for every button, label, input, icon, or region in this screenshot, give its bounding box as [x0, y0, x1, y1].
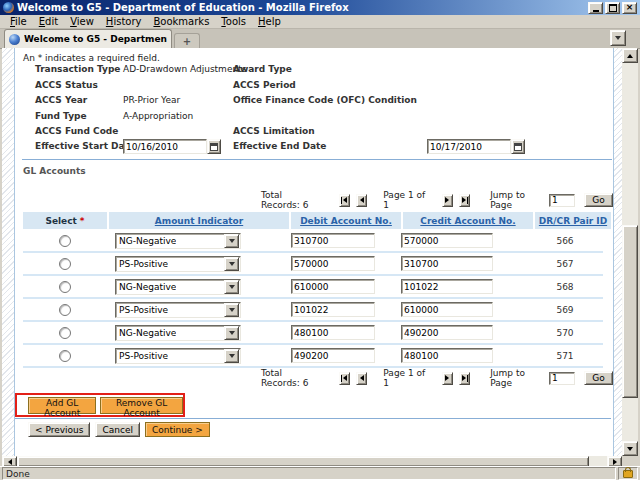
credit-account-input[interactable] — [401, 256, 493, 271]
security-panel[interactable] — [618, 467, 638, 480]
debit-account-input[interactable] — [291, 233, 375, 248]
debit-account-input[interactable] — [291, 325, 375, 340]
scroll-down-button[interactable] — [622, 441, 638, 456]
dropdown-arrow-button[interactable] — [224, 326, 239, 340]
dropdown-arrow-button[interactable] — [224, 234, 239, 248]
menu-tools[interactable]: Tools — [215, 16, 252, 27]
header-debit-link[interactable]: Debit Account No. — [300, 216, 392, 226]
amount-indicator-select[interactable]: PS-Positive — [115, 256, 241, 272]
page-content: An * indicates a required field. Transac… — [14, 48, 614, 456]
triangle-up-icon — [627, 54, 633, 58]
tab-title: Welcome to G5 - Department of Edu... — [24, 34, 167, 44]
chevron-down-icon — [229, 308, 235, 312]
effective-end-date-input[interactable] — [427, 139, 511, 154]
debit-account-input[interactable] — [291, 279, 375, 294]
jump-to-page-input[interactable] — [549, 372, 575, 385]
field-label-transaction-type: Transaction Type — [35, 64, 120, 74]
field-label-award-type: Award Type — [233, 64, 292, 74]
last-page-icon — [467, 197, 468, 204]
amount-indicator-select[interactable]: PS-Positive — [115, 348, 241, 364]
form-nav-buttons: < Previous Cancel Continue > — [28, 422, 210, 437]
firefox-icon — [3, 2, 14, 13]
select-radio[interactable] — [59, 350, 71, 362]
dropdown-arrow-button[interactable] — [224, 280, 239, 294]
menu-bookmarks[interactable]: Bookmarks — [147, 16, 215, 27]
window-title: Welcome to G5 - Department of Education … — [17, 2, 588, 13]
header-amount-indicator[interactable]: Amount Indicator — [109, 212, 289, 229]
previous-page-button[interactable] — [356, 372, 367, 385]
restore-button[interactable] — [605, 2, 620, 14]
credit-account-input[interactable] — [401, 233, 493, 248]
header-credit-link[interactable]: Credit Account No. — [420, 216, 515, 226]
menu-edit[interactable]: Edit — [33, 16, 64, 27]
triangle-right-icon — [462, 375, 466, 381]
jump-to-page-input[interactable] — [549, 194, 575, 207]
add-gl-account-button[interactable]: Add GL Account — [28, 397, 96, 414]
scroll-up-button[interactable] — [622, 48, 638, 63]
menu-view[interactable]: View — [64, 16, 100, 27]
end-date-calendar-button[interactable] — [511, 139, 525, 154]
select-radio[interactable] — [59, 235, 71, 247]
credit-account-input[interactable] — [401, 302, 493, 317]
menu-file[interactable]: File — [4, 16, 33, 27]
amount-indicator-select[interactable]: NG-Negative — [115, 325, 241, 341]
minimize-button[interactable] — [588, 2, 603, 14]
amount-indicator-select[interactable]: PS-Positive — [115, 302, 241, 318]
dropdown-arrow-button[interactable] — [224, 257, 239, 271]
menu-history[interactable]: History — [100, 16, 148, 27]
select-radio[interactable] — [59, 258, 71, 270]
debit-account-input[interactable] — [291, 302, 375, 317]
select-radio[interactable] — [59, 327, 71, 339]
continue-button[interactable]: Continue > — [145, 422, 210, 437]
menu-help[interactable]: Help — [252, 16, 287, 27]
chevron-down-icon — [229, 239, 235, 243]
last-page-button[interactable] — [459, 194, 470, 207]
dropdown-arrow-button[interactable] — [224, 349, 239, 363]
tab-welcome-g5[interactable]: Welcome to G5 - Department of Edu... — [4, 29, 172, 48]
close-button[interactable]: × — [622, 2, 637, 14]
cancel-button[interactable]: Cancel — [95, 422, 140, 437]
select-radio[interactable] — [59, 304, 71, 316]
amount-indicator-select[interactable]: NG-Negative — [115, 233, 241, 249]
first-page-button[interactable] — [339, 372, 350, 385]
triangle-down-icon — [627, 447, 633, 451]
amount-indicator-select[interactable]: NG-Negative — [115, 279, 241, 295]
window-controls: × — [588, 2, 637, 14]
select-radio[interactable] — [59, 281, 71, 293]
first-page-button[interactable] — [339, 194, 350, 207]
restore-icon — [609, 4, 617, 12]
header-pair-id[interactable]: DR/CR Pair ID — [535, 212, 611, 229]
amount-indicator-value: NG-Negative — [116, 282, 176, 292]
credit-account-input[interactable] — [401, 348, 493, 363]
header-pair-link[interactable]: DR/CR Pair ID — [539, 216, 607, 226]
debit-account-input[interactable] — [291, 256, 375, 271]
previous-button[interactable]: < Previous — [28, 422, 90, 437]
credit-account-input[interactable] — [401, 325, 493, 340]
remove-gl-account-button[interactable]: Remove GL Account — [100, 397, 183, 414]
start-date-calendar-button[interactable] — [207, 139, 221, 154]
status-text: Done — [6, 469, 30, 479]
header-credit-account[interactable]: Credit Account No. — [403, 212, 533, 229]
dropdown-arrow-button[interactable] — [224, 303, 239, 317]
table-row: NG-Negative 570 — [23, 322, 603, 345]
vertical-scroll-thumb[interactable] — [622, 225, 638, 398]
credit-account-input[interactable] — [401, 279, 493, 294]
vertical-scrollbar[interactable] — [622, 48, 638, 456]
next-page-button[interactable] — [442, 194, 453, 207]
go-button[interactable]: Go — [584, 371, 613, 385]
go-button[interactable]: Go — [584, 193, 613, 207]
calendar-icon — [514, 143, 522, 151]
previous-page-button[interactable] — [356, 194, 367, 207]
title-bar[interactable]: Welcome to G5 - Department of Education … — [0, 0, 640, 15]
header-amount-link[interactable]: Amount Indicator — [155, 216, 243, 226]
debit-account-input[interactable] — [291, 348, 375, 363]
next-page-button[interactable] — [442, 372, 453, 385]
chevron-down-icon — [229, 262, 235, 266]
effective-start-date-input[interactable] — [123, 139, 207, 154]
new-tab-button[interactable]: + — [174, 33, 200, 48]
last-page-button[interactable] — [459, 372, 470, 385]
header-debit-account[interactable]: Debit Account No. — [291, 212, 401, 229]
triangle-right-icon — [445, 375, 449, 381]
pair-id-value: 571 — [527, 351, 603, 361]
list-all-tabs-button[interactable] — [610, 30, 626, 46]
